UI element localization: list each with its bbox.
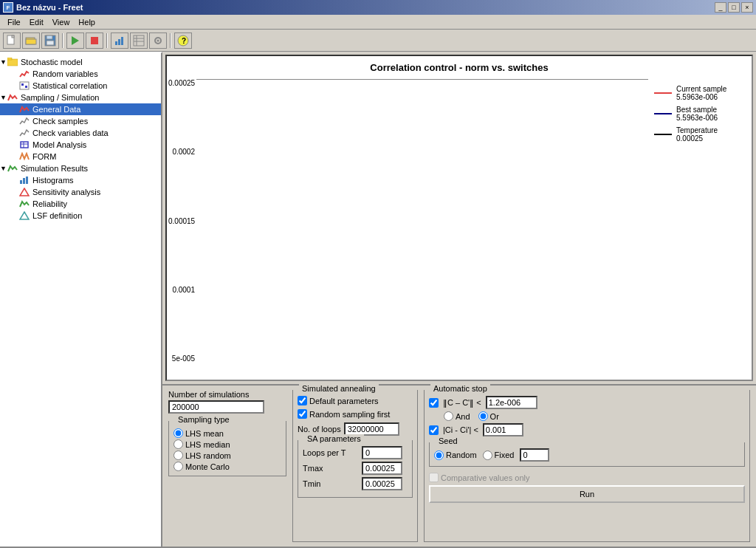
tmax-label: Tmax — [303, 464, 362, 473]
tree-item-model-analysis[interactable]: Model Analysis — [0, 139, 161, 151]
svg-rect-21 — [7, 58, 12, 60]
norm-checkbox[interactable] — [429, 398, 439, 408]
ci-input[interactable] — [483, 423, 523, 436]
table-button[interactable] — [130, 32, 148, 49]
and-or-row: And Or — [429, 411, 745, 421]
lhs-median-option[interactable]: LHS median — [173, 439, 281, 449]
tree-item-random-variables[interactable]: Random variables — [0, 68, 161, 80]
and-option[interactable]: And — [444, 411, 470, 421]
sampling-type-group: Sampling type LHS mean LHS median LHS — [168, 421, 286, 476]
loops-per-t-input[interactable] — [362, 446, 402, 459]
random-sampling-first-row[interactable]: Random sampling first — [298, 409, 413, 419]
tree-item-reliability[interactable]: Reliability — [0, 198, 161, 210]
svg-rect-28 — [20, 180, 22, 184]
and-radio[interactable] — [444, 411, 453, 421]
ci-checkbox[interactable] — [429, 425, 439, 435]
tmin-input[interactable] — [362, 477, 402, 490]
simulations-input[interactable] — [168, 400, 264, 414]
lhs-mean-label: LHS mean — [185, 429, 224, 438]
tree-item-stochastic-model[interactable]: ▼Stochastic model — [0, 56, 161, 68]
tmax-input[interactable] — [362, 462, 402, 475]
stop-button[interactable] — [86, 32, 103, 49]
tree-item-sampling-simulation[interactable]: ▼Sampling / Simulation — [0, 92, 161, 103]
menu-edit[interactable]: Edit — [25, 16, 48, 28]
sa-params-label: SA parameters — [304, 434, 364, 443]
legend-value-temperature: 0.00025 — [676, 134, 718, 143]
default-params-checkbox[interactable] — [298, 396, 307, 405]
simulations-group: Number of simulations — [168, 390, 286, 414]
or-option[interactable]: Or — [478, 411, 499, 421]
fixed-seed-option[interactable]: Fixed — [483, 451, 515, 460]
y-axis-labels: 0.00025 0.0002 0.00015 0.0001 5e-005 — [168, 79, 195, 363]
tree-item-check-samples[interactable]: Check samples — [0, 115, 161, 127]
svg-rect-24 — [25, 86, 27, 88]
y-label-3: 0.00015 — [168, 217, 195, 225]
tree-item-statistical-correlation[interactable]: Statistical correlation — [0, 80, 161, 92]
or-radio[interactable] — [478, 411, 488, 421]
maximize-button[interactable]: □ — [728, 2, 740, 13]
y-label-2: 0.0002 — [168, 148, 195, 156]
tree-item-form[interactable]: FORM — [0, 151, 161, 162]
norm-label: ‖C – C'‖ < — [443, 398, 481, 408]
sa-params-group: SA parameters Loops per T Tmax Tmin — [298, 440, 413, 498]
tree-item-histograms[interactable]: Histograms — [0, 174, 161, 186]
tmax-row: Tmax — [303, 462, 408, 475]
new-button[interactable] — [3, 32, 21, 49]
expand-icon-simulation-results[interactable]: ▼ — [0, 165, 7, 172]
random-seed-radio[interactable] — [434, 451, 444, 460]
lhs-mean-option[interactable]: LHS mean — [173, 428, 281, 438]
seed-label: Seed — [436, 436, 461, 445]
close-button[interactable]: × — [741, 2, 753, 13]
minimize-button[interactable]: _ — [715, 2, 726, 13]
and-label: And — [456, 412, 470, 421]
svg-rect-30 — [26, 177, 28, 184]
tree-item-sensitivity-analysis[interactable]: Sensitivity analysis — [0, 186, 161, 198]
tree-item-check-variables-data[interactable]: Check variables data — [0, 127, 161, 139]
settings-button[interactable] — [149, 32, 167, 49]
lhs-random-option[interactable]: LHS random — [173, 451, 281, 460]
tree-icon-general-data — [19, 104, 31, 114]
help-button[interactable]: ? — [174, 32, 192, 49]
monte-carlo-radio[interactable] — [173, 462, 183, 471]
random-sampling-first-checkbox[interactable] — [298, 409, 307, 419]
menu-view[interactable]: View — [48, 16, 75, 28]
svg-rect-20 — [7, 59, 18, 66]
fixed-seed-label: Fixed — [495, 451, 515, 459]
svg-rect-6 — [47, 41, 54, 45]
expand-icon-sampling-simulation[interactable]: ▼ — [0, 94, 7, 101]
tree-item-simulation-results[interactable]: ▼Simulation Results — [0, 162, 161, 174]
toolbar-separator-3 — [170, 33, 171, 48]
app-icon: F — [3, 2, 13, 13]
tree-label-reliability: Reliability — [32, 199, 67, 208]
tree-label-random-variables: Random variables — [32, 69, 98, 78]
tree-item-lsf-definition[interactable]: LSF definition — [0, 210, 161, 222]
open-button[interactable] — [22, 32, 40, 49]
chart-button[interactable] — [111, 32, 128, 49]
tree-icon-sensitivity-analysis — [19, 187, 31, 197]
monte-carlo-option[interactable]: Monte Carlo — [173, 462, 281, 471]
lhs-median-radio[interactable] — [173, 439, 183, 449]
automatic-stop-group: Automatic stop ‖C – C'‖ < And — [424, 390, 750, 542]
run-button[interactable]: Run — [429, 485, 745, 503]
default-params-row[interactable]: Default parameters — [298, 396, 413, 405]
expand-icon-stochastic-model[interactable]: ▼ — [0, 58, 7, 66]
simulations-label: Number of simulations — [168, 390, 286, 399]
run-toolbar-button[interactable] — [66, 32, 84, 49]
monte-carlo-label: Monte Carlo — [185, 462, 230, 471]
menu-file[interactable]: File — [3, 16, 25, 28]
lhs-mean-radio[interactable] — [173, 428, 183, 438]
tree-icon-check-samples — [19, 116, 31, 126]
tree-label-form: FORM — [32, 152, 56, 161]
norm-input[interactable] — [486, 396, 537, 409]
tree-item-general-data[interactable]: General Data — [0, 103, 161, 115]
toolbar-separator-2 — [106, 33, 108, 48]
comparative-values-row: Comparative values only — [429, 473, 745, 482]
loops-per-t-row: Loops per T — [303, 446, 408, 459]
lhs-random-radio[interactable] — [173, 451, 183, 460]
fixed-seed-radio[interactable] — [483, 451, 492, 460]
random-seed-option[interactable]: Random — [434, 451, 477, 460]
save-button[interactable] — [41, 32, 59, 49]
menu-help[interactable]: Help — [74, 16, 100, 28]
fixed-seed-input[interactable] — [520, 448, 549, 462]
control-panel: Number of simulations Sampling type LHS … — [162, 384, 756, 547]
